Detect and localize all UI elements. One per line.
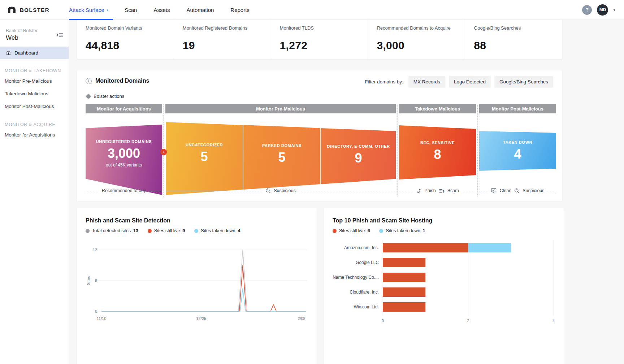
nav-attack-surface[interactable]: Attack Surface › [69,0,108,20]
stat-value: 3,000 [377,39,465,52]
sidebar-collapse-icon[interactable] [56,32,64,39]
funnel-block-unregistered-domains[interactable]: UNREGISTERED DOMAINS 3,000 out of 45K va… [86,125,162,195]
svg-text:$: $ [442,190,444,193]
bolster-actions-legend: Bolster actions [86,94,124,99]
detection-legend: Total detected sites: 13Sites still live… [86,228,308,233]
nav-right: ? MD ▾ [582,4,624,16]
info-icon[interactable]: i [86,78,92,84]
stat-value: 19 [183,39,271,52]
stats-row: Monitored Domain Variants 44,818 Monitor… [77,20,562,59]
funnel-flow-arrow-badge[interactable]: › [160,149,167,155]
legend-dot [86,94,91,99]
monitored-domains-card: i Monitored Domains Filter domains by: M… [77,70,562,202]
footer-post-malicious: Clean Suspicious [479,187,556,195]
stat-monitored-tlds: Monitored TLDS 1,272 [271,20,368,59]
stat-label: Google/Bing Searches [474,25,562,31]
sidebar-item-dashboard[interactable]: Dashboard [0,47,69,59]
help-button[interactable]: ? [582,5,592,15]
stage-takedown-malicious: Takedown Malicious [399,104,476,113]
sidebar-section-monitor-acquire: MONITOR & ACQUIRE [0,113,69,129]
top-hosting-card: Top 10 Phish and Scam Site Hosting Sites… [324,208,564,364]
phish-icon [416,188,421,194]
legend-dot [194,229,198,233]
filter-logo-detected-button[interactable]: Logo Detected [449,76,491,88]
bolster-logo-icon [7,6,16,14]
funnel-block-taken-down[interactable]: TAKEN DOWN 4 [479,131,556,171]
sidebar: Bank of Bolster Web Dashboard MONITOR & … [0,20,69,364]
bar-sites-still-live [383,302,425,312]
hosting-legend: Sites still live: 6Sites taken down: 1 [333,228,555,233]
main-content: Monitored Domain Variants 44,818 Monitor… [69,20,624,364]
user-avatar[interactable]: MD [597,4,608,16]
funnel-block-parked-domains[interactable]: PARKED DOMAINS 5 [243,125,320,190]
sidebar-item-monitor-for-acquisitions[interactable]: Monitor for Acquisitions [0,129,69,141]
stage-separator [397,104,398,197]
main-nav: Attack Surface › Scan Assets Automation … [69,0,250,20]
legend-dot [333,229,337,233]
nav-assets[interactable]: Assets [153,0,170,20]
stat-label: Recommended Domains to Acquire [377,25,465,31]
bar-sites-still-live [383,287,425,297]
phish-scam-detection-card: Phish and Scam Site Detection Total dete… [77,208,317,364]
bar-sites-still-live [383,243,468,252]
filters-label: Filter domains by: [365,79,403,84]
stat-value: 1,272 [280,39,368,52]
series-sites-taken-down [101,288,306,311]
chart-title: Phish and Scam Site Detection [86,217,308,224]
brand[interactable]: BOLSTER [0,6,69,14]
nav-scan[interactable]: Scan [125,0,137,20]
legend-item: Sites taken down: 4 [194,228,240,233]
x-tick-label: 0 [382,318,384,323]
x-tick-label: 2 [467,318,469,323]
legend-dot [148,229,152,233]
category-label: Amazon.com, Inc. [344,245,379,250]
filter-mx-records-button[interactable]: MX Records [408,76,445,88]
bar-sites-still-live [383,258,425,267]
x-tick-label: 2/08 [298,316,305,321]
chevron-right-icon: › [107,7,108,13]
sidebar-item-monitor-post-malicious[interactable]: Monitor Post-Malicious [0,100,69,113]
workspace-switcher: Bank of Bolster Web [0,20,69,47]
bar-sites-still-live [383,273,425,282]
footer-pre-malicious: Suspicious [165,187,396,195]
legend-item: Sites taken down: 1 [379,228,425,233]
sidebar-item-monitor-pre-malicious[interactable]: Monitor Pre-Malicious [0,75,69,87]
stat-label: Monitored Registered Domains [183,25,271,31]
chevron-down-icon[interactable]: ▾ [613,8,615,12]
legend-dot [379,229,383,233]
x-tick-label: 11/10 [97,316,107,321]
stat-label: Monitored TLDS [280,25,368,31]
series-sites-still-live [101,265,306,312]
category-label: Google LLC [356,260,379,265]
suspicious-icon [265,188,271,194]
funnel-block-directory-ecomm-other[interactable]: DIRECTORY, E-COMM, OTHER 9 [321,128,396,184]
stage-monitor-pre-malicious: Monitor Pre-Malicious [165,104,396,113]
y-tick-label: 6 [95,278,97,283]
footer-takedown: Phish $ Scam [399,187,476,195]
stage-monitor-for-acquisitions: Monitor for Acquisitions [86,104,162,113]
detection-line-chart: 061211/1012/252/08Sites [86,237,308,327]
funnel-block-uncategorized[interactable]: UNCATEGORIZED 5 [166,122,243,195]
category-label: Cloudflare, Inc. [350,290,379,295]
legend-dot [86,229,90,233]
legend-item: Sites still live: 9 [148,228,185,233]
nav-reports[interactable]: Reports [230,0,250,20]
card-title: Monitored Domains [95,78,149,84]
charts-row: Phish and Scam Site Detection Total dete… [77,208,624,364]
nav-automation[interactable]: Automation [186,0,214,20]
domain-filters: Filter domains by: MX Records Logo Detec… [365,76,553,88]
clean-icon [491,188,497,194]
x-tick-label: 4 [552,318,555,323]
filter-google-bing-button[interactable]: Google/Bing Searches [494,76,553,88]
funnel-block-bec-sensitive[interactable]: BEC, SENSITIVE 8 [399,125,476,179]
stat-monitored-registered-domains: Monitored Registered Domains 19 [174,20,271,59]
y-axis-label: Sites [86,276,91,285]
legend-item: Total detected sites: 13 [86,228,138,233]
stat-monitored-domain-variants: Monitored Domain Variants 44,818 [77,20,174,59]
workspace-name: Web [6,34,63,42]
active-tab-underline [69,19,113,20]
stat-value: 44,818 [86,39,174,52]
sidebar-item-takedown-malicious[interactable]: Takedown Malicious [0,87,69,100]
bar-sites-taken-down [468,243,511,252]
hosting-bar-chart: 024Amazon.com, Inc.Google LLCeName Techn… [333,237,555,327]
